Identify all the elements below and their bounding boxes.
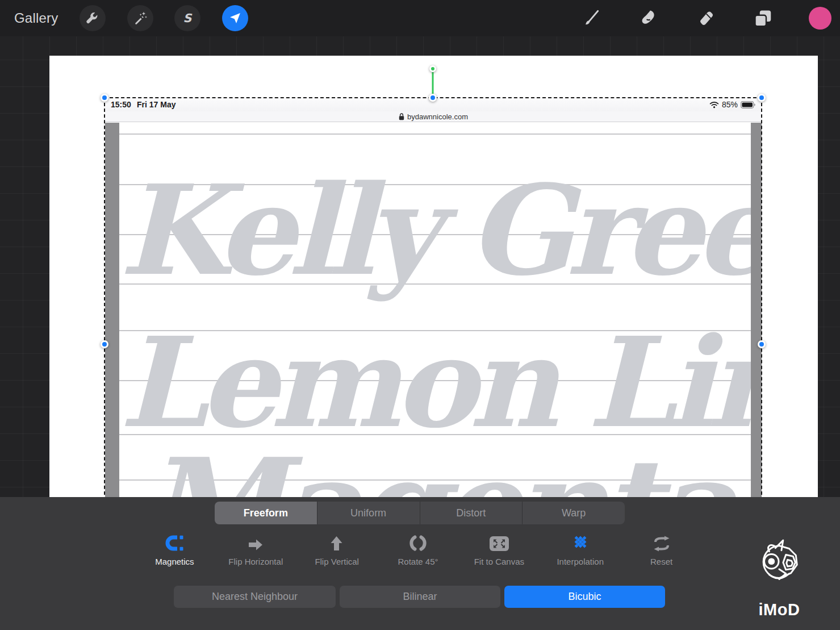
imod-owl-logo: [754, 538, 804, 597]
status-time: 15:50: [111, 100, 131, 109]
tab-label: Distort: [456, 507, 486, 519]
wrench-icon: [85, 11, 100, 26]
magnet-icon: [165, 535, 184, 552]
fit-to-canvas-button[interactable]: Fit to Canvas: [458, 532, 540, 572]
webpage-content: Kelly Green Lemon Lime Magenta: [105, 123, 762, 497]
button-label: Nearest Neighbour: [212, 591, 298, 603]
paintbrush-icon: [581, 9, 600, 28]
wifi-icon: [709, 101, 719, 109]
magnetics-button[interactable]: Magnetics: [134, 532, 215, 572]
tab-distort[interactable]: Distort: [420, 502, 523, 524]
transform-mode-tabs: Freeform Uniform Distort Warp: [215, 502, 625, 524]
tab-warp[interactable]: Warp: [522, 502, 625, 524]
imod-watermark: iMoD: [753, 538, 805, 619]
tab-label: Warp: [562, 507, 586, 519]
page-margin-left: [105, 123, 119, 497]
lettering-word-2: Lemon Lime: [119, 320, 751, 444]
transform-handle-mid-right[interactable]: [758, 340, 766, 348]
browser-url-bar: bydawnnicole.com: [105, 111, 762, 122]
lettering-worksheet: Kelly Green Lemon Lime Magenta: [119, 123, 751, 497]
transform-handle-top-mid[interactable]: [429, 94, 437, 102]
color-swatch-button[interactable]: [809, 7, 831, 30]
gallery-button[interactable]: Gallery: [14, 0, 58, 36]
interpolation-button[interactable]: Interpolation: [540, 532, 621, 572]
transform-handle-top-right[interactable]: [758, 94, 766, 102]
lettering-word-1: Kelly Green: [119, 168, 751, 292]
eraser-tool-button[interactable]: [692, 5, 718, 31]
tab-label: Freeform: [244, 507, 288, 519]
imod-label: iMoD: [753, 600, 805, 619]
fit-to-canvas-icon: [489, 536, 509, 552]
top-toolbar: Gallery S: [0, 0, 840, 36]
action-label: Fit to Canvas: [474, 557, 524, 566]
battery-percent: 85%: [722, 100, 738, 109]
reset-button[interactable]: Reset: [621, 532, 702, 572]
action-label: Rotate 45°: [398, 557, 438, 566]
brush-tool-button[interactable]: [578, 5, 604, 31]
tab-uniform[interactable]: Uniform: [317, 502, 420, 524]
nearest-neighbour-button[interactable]: Nearest Neighbour: [174, 586, 336, 608]
layers-button[interactable]: [750, 5, 776, 31]
flip-horizontal-button[interactable]: Flip Horizontal: [215, 532, 296, 572]
action-label: Flip Vertical: [315, 557, 359, 566]
selection-s-icon: S: [180, 11, 195, 26]
transform-button[interactable]: [222, 5, 248, 31]
move-arrow-icon: [228, 11, 243, 26]
actions-button[interactable]: [80, 5, 106, 31]
bicubic-button[interactable]: Bicubic: [504, 586, 665, 608]
reset-icon: [653, 536, 671, 552]
selected-image-layer[interactable]: 15:50 Fri 17 May 85%: [105, 98, 762, 497]
action-label: Magnetics: [155, 557, 194, 566]
battery-icon: [741, 101, 756, 109]
svg-text:S: S: [183, 11, 193, 25]
action-label: Flip Horizontal: [228, 557, 283, 566]
action-label: Reset: [650, 557, 672, 566]
selection-button[interactable]: S: [174, 5, 200, 31]
flip-horizontal-icon: [246, 538, 265, 552]
action-label: Interpolation: [557, 557, 604, 566]
transform-handle-mid-left[interactable]: [101, 340, 108, 348]
url-text: bydawnnicole.com: [407, 112, 468, 121]
bilinear-button[interactable]: Bilinear: [340, 586, 500, 608]
rotate-45-button[interactable]: Rotate 45°: [378, 532, 459, 572]
smudge-finger-icon: [638, 9, 657, 28]
guide-line: [119, 133, 751, 135]
lock-icon: [399, 113, 404, 120]
page-margin-right: [751, 123, 762, 497]
layers-icon: [753, 8, 773, 28]
interpolation-icon: [571, 532, 590, 552]
flip-vertical-icon: [329, 535, 344, 552]
magic-wand-icon: [133, 11, 148, 26]
lettering-word-3: Magenta: [119, 441, 751, 497]
eraser-icon: [696, 9, 715, 28]
adjustments-button[interactable]: [127, 5, 153, 31]
tab-freeform[interactable]: Freeform: [215, 502, 317, 524]
flip-vertical-button[interactable]: Flip Vertical: [296, 532, 378, 572]
procreate-app: Gallery S: [0, 0, 840, 630]
transform-handle-top-left[interactable]: [101, 94, 108, 102]
transform-panel: Freeform Uniform Distort Warp Magnetics: [0, 497, 840, 630]
rotation-handle[interactable]: [429, 65, 436, 72]
status-date: Fri 17 May: [137, 100, 175, 109]
rotate-icon: [409, 535, 427, 552]
tab-label: Uniform: [350, 507, 386, 519]
button-label: Bilinear: [403, 591, 437, 603]
canvas-workspace[interactable]: 15:50 Fri 17 May 85%: [0, 36, 840, 497]
smudge-tool-button[interactable]: [634, 5, 661, 31]
transform-actions-row: Magnetics Flip Horizontal Flip Vertical: [134, 532, 702, 572]
button-label: Bicubic: [568, 591, 601, 603]
